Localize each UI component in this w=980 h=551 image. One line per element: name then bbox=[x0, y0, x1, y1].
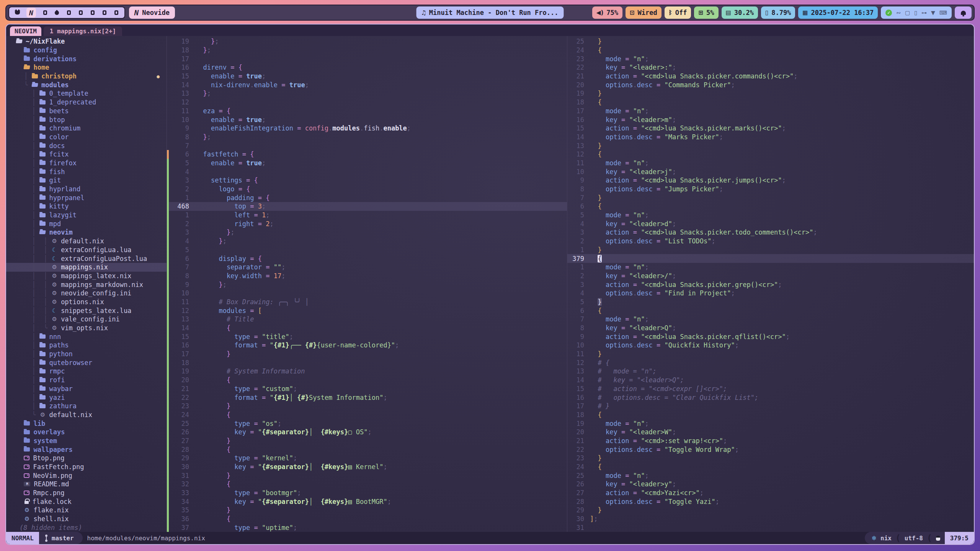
code-line[interactable]: 35 } bbox=[167, 506, 567, 515]
code-line[interactable]: 25 type = "os"; bbox=[167, 419, 567, 428]
code-line[interactable]: 1 mode = "n"; bbox=[567, 263, 974, 272]
code-line[interactable]: 7 bbox=[167, 141, 567, 150]
clipboard-tray-icon[interactable]: ▢ bbox=[905, 10, 910, 16]
code-line[interactable]: 15 enable = true; bbox=[167, 72, 567, 81]
workspace-9[interactable] bbox=[114, 8, 119, 18]
tree-item-zathura[interactable]: │ zathura bbox=[16, 402, 167, 411]
code-line[interactable]: 8 key.width = 17; bbox=[167, 272, 567, 280]
code-line[interactable]: 22 key = "<leader>:"; bbox=[567, 63, 974, 72]
code-line[interactable]: 19 mode = "n"; bbox=[567, 419, 974, 428]
tab-mappings-nix[interactable]: 1 mappings.nix[2+] bbox=[44, 26, 122, 36]
code-line[interactable]: 24 { bbox=[567, 463, 974, 471]
tree-item-fish[interactable]: │ fish bbox=[16, 167, 167, 176]
bluetooth-pill[interactable]: ᛒOff bbox=[665, 7, 691, 19]
code-line[interactable]: 20 options.desc = "Commands Picker"; bbox=[567, 80, 974, 89]
code-line[interactable]: 11 eza = { bbox=[167, 107, 567, 116]
editor-left-pane[interactable]: 19 };18 };1716 direnv = {15 enable = tru… bbox=[167, 36, 567, 532]
code-line[interactable]: 14 options.desc = "Marks Picker"; bbox=[567, 133, 974, 142]
code-line[interactable]: 15 type = "title"; bbox=[167, 332, 567, 341]
code-line[interactable]: 19 }; bbox=[167, 37, 567, 46]
code-line[interactable]: 6 display = { bbox=[167, 254, 567, 263]
memory-pill[interactable]: ▤30.2% bbox=[722, 7, 758, 19]
tree-item-mappings-latex-nix[interactable]: │ │ ⚙mappings_latex.nix bbox=[16, 272, 167, 280]
code-line[interactable]: 12 bbox=[167, 98, 567, 107]
code-line[interactable]: 6 { bbox=[567, 202, 974, 211]
code-line[interactable]: 3 action = "<cmd>lua Snacks.picker.todo_… bbox=[567, 228, 974, 237]
code-line[interactable]: 11 } bbox=[567, 350, 974, 359]
code-line[interactable]: 5 mode = "n"; bbox=[567, 211, 974, 220]
code-line[interactable]: 1 padding = { bbox=[167, 193, 567, 202]
tree-item-options-nix[interactable]: │ │ ⚙options.nix bbox=[16, 298, 167, 306]
code-line[interactable]: 26 key = "<leader>y"; bbox=[567, 480, 974, 489]
code-line[interactable]: 13 }; bbox=[167, 89, 567, 98]
tree-item-firefox[interactable]: │ firefox bbox=[16, 159, 167, 168]
code-line[interactable]: 12 # { bbox=[567, 358, 974, 367]
tree-item-neovim[interactable]: │ neovim bbox=[16, 228, 167, 237]
code-line[interactable]: 7 mode = "n"; bbox=[567, 315, 974, 324]
code-line[interactable]: 9 enableFishIntegration = config.modules… bbox=[167, 124, 567, 133]
tree-item-python[interactable]: │ python bbox=[16, 350, 167, 359]
tree-item-system[interactable]: system bbox=[16, 437, 167, 445]
tree-item-hyprland[interactable]: │ hyprland bbox=[16, 185, 167, 194]
code-line[interactable]: 30]; bbox=[567, 515, 974, 523]
disk-pill[interactable]: ▯8.79% bbox=[761, 7, 795, 19]
code-line[interactable]: 20 { bbox=[167, 376, 567, 385]
code-line[interactable]: 18 }; bbox=[167, 46, 567, 55]
code-line[interactable]: 4 bbox=[167, 167, 567, 176]
tree-item-fastfetch-png[interactable]: FastFetch.png bbox=[16, 463, 167, 471]
tree-item-shell-nix[interactable]: ⚙shell.nix bbox=[16, 515, 167, 523]
code-line[interactable]: 28 { bbox=[167, 445, 567, 454]
code-line[interactable]: 6 { bbox=[567, 306, 974, 315]
code-line[interactable]: 12 modules = [ bbox=[167, 306, 567, 315]
tree-item-mappings-markdown-nix[interactable]: │ │ ⚙mappings_markdown.nix bbox=[16, 280, 167, 289]
code-line[interactable]: 19 # System Information bbox=[167, 367, 567, 376]
tree-item-chromium[interactable]: │ chromium bbox=[16, 124, 167, 133]
code-line[interactable]: 8 key = "<leader>Q"; bbox=[567, 324, 974, 333]
code-line[interactable]: 12 { bbox=[567, 150, 974, 159]
code-line[interactable]: 18 { bbox=[567, 411, 974, 419]
tree-item-rofi[interactable]: │ rofi bbox=[16, 376, 167, 385]
tree-item-mpd[interactable]: │ mpd bbox=[16, 219, 167, 228]
tree-item-config[interactable]: config bbox=[16, 46, 167, 55]
code-line[interactable]: 29 } bbox=[567, 506, 974, 515]
code-line[interactable]: 2 key = "<leader>/"; bbox=[567, 272, 974, 280]
code-line[interactable]: 18 bbox=[167, 358, 567, 367]
code-line[interactable]: 8 options.desc = "Jumps Picker"; bbox=[567, 185, 974, 194]
tree-item-christoph[interactable]: │ christoph● bbox=[16, 72, 167, 81]
tree-item-extraconfigluapost-lua[interactable]: │ │ ☾extraConfigLuaPost.lua bbox=[16, 254, 167, 263]
editor-right-pane[interactable]: 25 }24 {23 mode = "n";22 key = "<leader>… bbox=[567, 36, 974, 532]
vpn-tray-icon[interactable]: ∾ bbox=[896, 10, 901, 16]
code-line[interactable]: 21 type = "custom"; bbox=[167, 385, 567, 393]
code-line[interactable]: 13 # Title bbox=[167, 315, 567, 324]
code-line[interactable]: 16 key = "<leader>m"; bbox=[567, 115, 974, 124]
code-line[interactable]: 5 bbox=[167, 246, 567, 254]
code-line[interactable]: 37 type = "uptime"; bbox=[167, 523, 567, 532]
tree-item-rmpc-png[interactable]: Rmpc.png bbox=[16, 489, 167, 497]
code-line[interactable]: 17 mode = "n"; bbox=[567, 107, 974, 116]
check-tray-icon[interactable]: ✓ bbox=[885, 10, 892, 16]
code-line[interactable]: 468 top = 3; bbox=[167, 202, 567, 211]
code-line[interactable]: 16 format = "{#1}╭── {#}{user-name-color… bbox=[167, 341, 567, 350]
code-line[interactable]: 11 # Box Drawing: ╭─╮ ╰╯ │ bbox=[167, 298, 567, 306]
code-line[interactable]: 17 } bbox=[167, 350, 567, 359]
code-line[interactable]: 22 options.desc = "Toggle Word Wrap"; bbox=[567, 445, 974, 454]
code-line[interactable]: 10 enable = true; bbox=[167, 115, 567, 124]
code-line[interactable]: 8 }; bbox=[167, 133, 567, 142]
tree-item-btop[interactable]: │ btop bbox=[16, 115, 167, 124]
code-line[interactable]: 3 action = "<cmd>lua Snacks.picker.grep(… bbox=[567, 280, 974, 289]
code-line[interactable]: 7 separator = ""; bbox=[167, 263, 567, 272]
code-line[interactable]: 4 options.desc = "Find in Project"; bbox=[567, 289, 974, 298]
code-line[interactable]: 34 key = "{#separator}│ {#keys}▤ BootMGR… bbox=[167, 497, 567, 506]
workspace-5[interactable] bbox=[66, 8, 72, 18]
workspace-3[interactable] bbox=[42, 8, 48, 18]
workspace-4[interactable] bbox=[54, 8, 60, 18]
code-line[interactable]: 7 } bbox=[567, 193, 974, 202]
git-branch-segment[interactable]: master bbox=[39, 532, 76, 544]
workspace-8[interactable] bbox=[102, 8, 107, 18]
clock-pill[interactable]: ▦2025-07-22 16:37 bbox=[798, 7, 878, 19]
code-line[interactable]: 2 right = 2; bbox=[167, 219, 567, 228]
tree-item-docs[interactable]: │ docs bbox=[16, 141, 167, 150]
code-line[interactable]: 14 # key = "<leader>Q"; bbox=[567, 376, 974, 385]
tree-item-lazygit[interactable]: │ lazygit bbox=[16, 211, 167, 220]
key-tray-icon[interactable]: ⊶ bbox=[921, 10, 927, 16]
